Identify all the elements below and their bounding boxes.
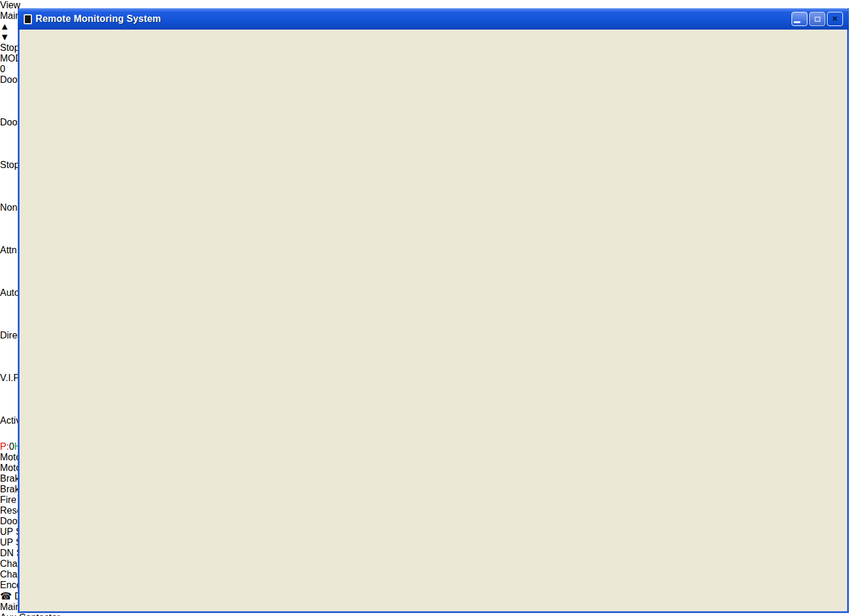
counter-label-p: P: — [0, 441, 9, 451]
window-title: Remote Monitoring System — [36, 14, 161, 24]
minimize-icon — [794, 21, 800, 23]
restore-button[interactable] — [809, 12, 825, 26]
minimize-button[interactable] — [791, 12, 807, 26]
counter-value-p: 0 — [9, 441, 14, 451]
titlebar[interactable]: Remote Monitoring System × — [18, 8, 849, 30]
app-icon — [24, 14, 32, 24]
close-button[interactable]: × — [827, 12, 843, 26]
triangle-up-icon: ▲ — [0, 21, 9, 31]
desktop: Remote Monitoring System × View Maintena… — [0, 0, 856, 616]
application-window — [18, 8, 849, 613]
close-icon: × — [832, 14, 838, 24]
phone-icon: ☎ — [0, 591, 12, 601]
triangle-down-icon: ▼ — [0, 32, 9, 42]
restore-icon — [815, 17, 820, 22]
